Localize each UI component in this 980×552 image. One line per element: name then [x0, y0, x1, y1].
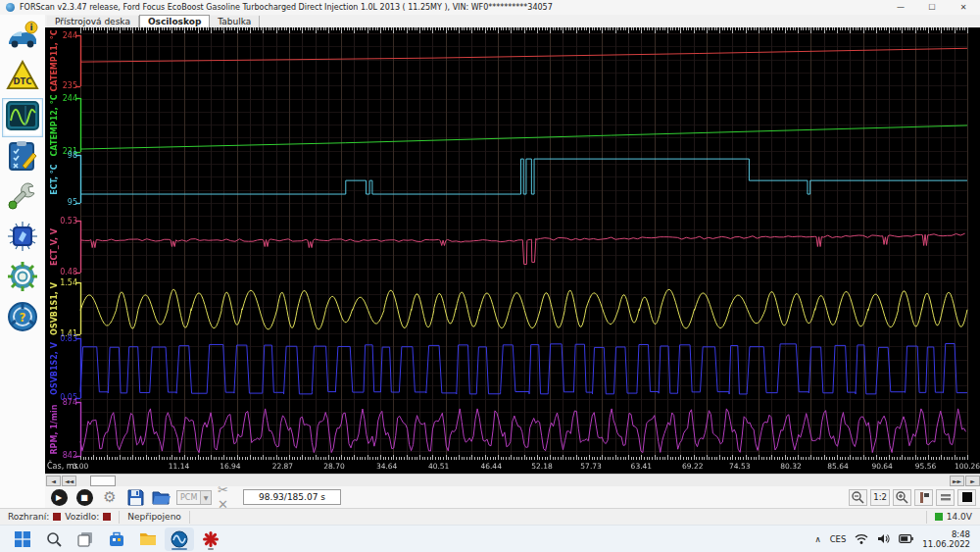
marker-button[interactable]	[914, 489, 933, 506]
sidebar-item-oscilloscope[interactable]	[2, 98, 43, 137]
save-button[interactable]	[125, 488, 145, 506]
titlebar: FORScan v2.3.47 release, Ford Focus EcoB…	[0, 0, 980, 15]
sidebar-item-service[interactable]	[2, 178, 43, 218]
sidebar-item-tests[interactable]	[2, 138, 43, 177]
background-color-button[interactable]	[957, 489, 976, 506]
interface-label: Rozhraní:	[8, 512, 49, 522]
tray-language[interactable]: CES	[830, 534, 847, 544]
forscan-app-icon	[6, 3, 15, 12]
tab-tabulka[interactable]: Tabulka	[210, 16, 260, 27]
taskbar-forscan-button[interactable]	[165, 527, 194, 551]
window-title: FORScan v2.3.47 release, Ford Focus EcoB…	[20, 3, 896, 12]
vehicle-info-icon: i	[6, 21, 39, 54]
zoom-in-button[interactable]	[893, 489, 911, 506]
time-display: 98.93/185.07 s	[243, 489, 341, 505]
taskbar-search-button[interactable]	[39, 527, 69, 551]
save-icon	[127, 489, 144, 506]
scope-settings-button[interactable]: ⚙	[100, 488, 120, 506]
sidebar-item-configuration[interactable]	[2, 219, 43, 258]
sidebar-item-help[interactable]: ?	[2, 299, 43, 338]
taskbar: ∧ CES 8:48 11.06.2022	[0, 525, 980, 552]
voltage-value: 14.0V	[947, 512, 972, 522]
dtc-icon: DTC	[6, 60, 39, 95]
module-select[interactable]: PCM▼	[176, 490, 212, 505]
system-tray: ∧ CES 8:48 11.06.2022	[814, 529, 980, 549]
statusbar: Rozhraní: Vozidlo: Nepřipojeno 14.0V	[0, 508, 980, 525]
status-connection: Nepřipojeno	[120, 511, 190, 524]
search-icon	[46, 531, 62, 547]
screen: FORScan v2.3.47 release, Ford Focus EcoB…	[0, 0, 980, 552]
tab-pristrojova-deska[interactable]: Přístrojová deska	[47, 16, 139, 27]
wifi-icon[interactable]	[855, 533, 868, 544]
minimize-button[interactable]: —	[896, 3, 906, 12]
sidebar-item-settings[interactable]	[2, 259, 43, 298]
configuration-icon	[7, 221, 38, 256]
gear-icon: ⚙	[103, 490, 116, 505]
tray-date: 11.06.2022	[922, 539, 970, 549]
lines-button[interactable]	[936, 489, 955, 506]
file-explorer-button[interactable]	[133, 527, 163, 551]
close-button[interactable]: ✕	[958, 3, 968, 12]
oscilloscope-plot[interactable]: CATEMP11, °C244235CATEMP12, °C244231ECT,…	[45, 27, 980, 474]
vehicle-label: Vozidlo:	[65, 512, 99, 522]
forscan-taskbar-icon	[171, 530, 188, 548]
store-button[interactable]	[102, 527, 131, 551]
battery-icon[interactable]	[899, 534, 913, 543]
oscilloscope-canvas[interactable]	[45, 27, 980, 474]
sidebar: i DTC	[0, 15, 45, 508]
status-voltage: 14.0V	[926, 511, 980, 524]
horizontal-scrollbar[interactable]: ◄ ◄◄ ►► ►	[45, 474, 980, 486]
voltage-status-led	[935, 513, 943, 521]
sidebar-item-dtc[interactable]: DTC	[2, 58, 43, 97]
zoom-out-button[interactable]	[849, 489, 867, 506]
task-view-button[interactable]	[71, 527, 100, 551]
taskbar-app2-button[interactable]	[196, 527, 225, 551]
vehicle-status-led	[103, 513, 111, 521]
help-icon: ?	[7, 301, 38, 336]
svg-text:?: ?	[20, 311, 26, 325]
store-icon	[109, 531, 124, 547]
equal-lines-icon	[940, 492, 952, 502]
tab-osciloskop[interactable]: Osciloskop	[139, 15, 210, 27]
settings-icon	[7, 261, 38, 296]
marker-icon	[918, 491, 930, 504]
zoom-ratio-label: 1:2	[870, 489, 890, 506]
tray-chevron-icon[interactable]: ∧	[814, 534, 820, 544]
play-button[interactable]: ▶	[49, 488, 69, 506]
tab-strip: Přístrojová deska Osciloskop Tabulka	[45, 15, 980, 27]
windows-logo-icon	[15, 531, 30, 547]
svg-text:i: i	[29, 23, 32, 32]
task-view-icon	[77, 531, 93, 547]
svg-text:DTC: DTC	[13, 76, 31, 86]
taskbar-clock[interactable]: 8:48 11.06.2022	[922, 529, 970, 549]
tray-time: 8:48	[922, 529, 970, 539]
zoom-in-icon	[896, 491, 908, 504]
folder-icon	[139, 531, 157, 546]
sidebar-item-vehicle-info[interactable]: i	[2, 18, 43, 57]
interface-status-led	[53, 513, 61, 521]
scroll-right-fast-button[interactable]: ►►	[950, 476, 964, 486]
scroll-left-button[interactable]: ◄	[46, 476, 61, 486]
connection-status: Nepřipojeno	[127, 512, 181, 522]
stop-button[interactable]: ■	[74, 488, 94, 506]
speaker-icon[interactable]	[877, 533, 890, 544]
status-interface: Rozhraní: Vozidlo:	[0, 511, 120, 524]
red-app-icon	[203, 531, 219, 547]
black-square-icon	[961, 491, 973, 503]
scroll-right-button[interactable]: ►	[965, 476, 980, 486]
scope-toolbar: ▶ ■ ⚙ PCM▼	[45, 486, 980, 508]
tests-icon	[7, 140, 38, 176]
scroll-left-fast-button[interactable]: ◄◄	[62, 476, 76, 486]
chevron-down-icon: ▼	[200, 491, 211, 504]
service-icon	[7, 180, 38, 216]
oscilloscope-icon	[6, 101, 39, 134]
scroll-thumb[interactable]	[90, 476, 116, 486]
zoom-out-icon	[852, 491, 864, 504]
open-folder-icon	[152, 489, 171, 505]
clear-record-button[interactable]: ✂✕	[218, 488, 237, 506]
start-button[interactable]	[8, 527, 37, 551]
maximize-button[interactable]: ☐	[927, 3, 937, 12]
open-button[interactable]	[151, 488, 171, 506]
